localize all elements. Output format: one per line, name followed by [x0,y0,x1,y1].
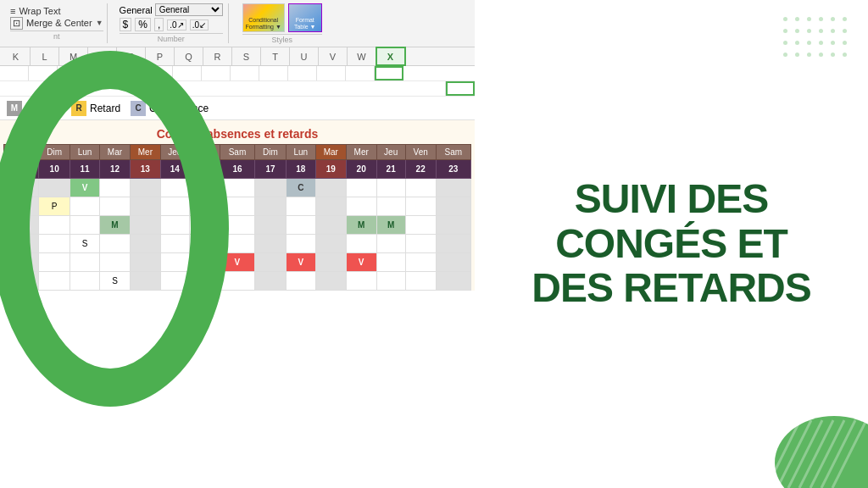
date-12[interactable]: 12 [100,160,131,179]
cell-r4-12[interactable] [346,235,376,253]
cell-u-empty[interactable] [288,66,317,80]
cell-r1-1[interactable] [4,179,39,197]
date-13[interactable]: 13 [130,160,160,179]
cell-r4-14[interactable] [405,235,436,253]
date-15[interactable]: 15 [189,160,220,179]
cell-k-empty[interactable] [0,66,29,80]
cell-r5-5[interactable] [130,253,160,272]
cell-r2-15[interactable] [436,197,470,216]
cell-r5-14[interactable] [405,253,436,272]
cell-r1-9[interactable] [255,179,287,197]
cell-r3-9[interactable] [255,216,287,235]
col-v[interactable]: V [319,47,348,65]
cell-r3-11[interactable] [315,216,346,235]
cell-r2-13[interactable] [376,197,405,216]
dollar-symbol[interactable]: $ [120,18,132,31]
date-23[interactable]: 23 [436,160,470,179]
cell-l-empty[interactable] [29,66,58,80]
cell-r4-8[interactable] [220,235,254,253]
cell-r2-8[interactable] [220,197,254,216]
cell-r1-11[interactable] [315,179,346,197]
general-dropdown[interactable]: General General [120,3,223,16]
number-format-select[interactable]: General [155,3,223,16]
cell-r2-4[interactable] [100,197,131,216]
cell-r-empty[interactable] [202,66,231,80]
cell-r2-7[interactable] [189,197,220,216]
col-p[interactable]: P [146,47,175,65]
cell-r4-6[interactable] [160,235,189,253]
col-w[interactable]: W [348,47,376,65]
cell-r6-14[interactable] [405,272,436,291]
percent-symbol[interactable]: % [135,18,151,31]
col-s[interactable]: S [232,47,261,65]
col-m[interactable]: M [59,47,88,65]
col-t[interactable]: T [261,47,290,65]
date-19[interactable]: 19 [315,160,346,179]
cell-r5-3[interactable] [70,253,100,272]
cell-r3-1[interactable] [4,216,39,235]
date-16[interactable]: 16 [220,160,254,179]
cell-r6-1[interactable] [4,272,39,291]
cell-r4-s[interactable]: S [70,235,100,253]
cell-x-selected-2[interactable] [446,81,475,96]
cell-x-selected[interactable] [375,66,403,80]
conditional-formatting-btn[interactable]: ConditionalFormatting ▼ [242,3,285,32]
cell-r5-v3[interactable]: V [346,253,376,272]
cell-r2-9[interactable] [255,197,287,216]
cell-r6-11[interactable] [315,272,346,291]
format-table-btn[interactable]: FormatTable ▼ [288,3,322,32]
cell-r5-4[interactable] [100,253,131,272]
cell-r1-7[interactable] [189,179,220,197]
cell-r2-p[interactable]: P [39,197,70,216]
cell-r5-9[interactable] [255,253,287,272]
col-k[interactable]: K [2,47,31,65]
cell-p-empty[interactable] [144,66,173,80]
cell-r3-5[interactable] [130,216,160,235]
cell-r5-6[interactable] [160,253,189,272]
cell-r6-7[interactable] [189,272,220,291]
cell-r5-7[interactable] [189,253,220,272]
dec-dec-btn[interactable]: .0↙ [190,19,209,30]
cell-r3-7[interactable] [189,216,220,235]
date-17[interactable]: 17 [255,160,287,179]
cell-r5-2[interactable] [39,253,70,272]
cell-w-empty[interactable] [346,66,375,80]
merge-dropdown-icon[interactable]: ▼ [96,19,103,27]
date-10[interactable]: 10 [39,160,70,179]
col-n[interactable]: N [88,47,117,65]
cell-r4-1[interactable] [4,235,39,253]
cell-r3-3[interactable] [70,216,100,235]
cell-n-empty[interactable] [86,66,115,80]
cell-r2-11[interactable] [315,197,346,216]
cell-r3-m1[interactable]: M [100,216,131,235]
date-18[interactable]: 18 [286,160,315,179]
cell-r3-10[interactable] [286,216,315,235]
date-20[interactable]: 20 [346,160,376,179]
cell-r6-s[interactable]: S [100,272,131,291]
cell-r1-12[interactable] [346,179,376,197]
cell-r3-14[interactable] [405,216,436,235]
cell-r6-10[interactable] [286,272,315,291]
cell-r6-8[interactable] [220,272,254,291]
cell-r4-4[interactable] [100,235,131,253]
cell-r3-m3[interactable]: M [376,216,405,235]
cell-r1-13[interactable] [376,179,405,197]
cell-r3-6[interactable] [160,216,189,235]
cell-r5-v2[interactable]: V [286,253,315,272]
col-r[interactable]: R [203,47,232,65]
cell-r1-14[interactable] [405,179,436,197]
cell-q-empty[interactable] [173,66,202,80]
cell-r6-9[interactable] [255,272,287,291]
cell-r2-5[interactable] [130,197,160,216]
cell-r5-13[interactable] [376,253,405,272]
cell-r4-7[interactable] [189,235,220,253]
cell-t-empty[interactable] [259,66,288,80]
cell-r5-15[interactable] [436,253,470,272]
cell-r1-5[interactable] [130,179,160,197]
cell-r6-12[interactable] [346,272,376,291]
cell-r1-15[interactable] [436,179,470,197]
col-x[interactable]: X [376,47,405,65]
cell-r2-1[interactable] [4,197,39,216]
dec-inc-btn[interactable]: .0↗ [167,19,186,30]
cell-r5-1[interactable] [4,253,39,272]
